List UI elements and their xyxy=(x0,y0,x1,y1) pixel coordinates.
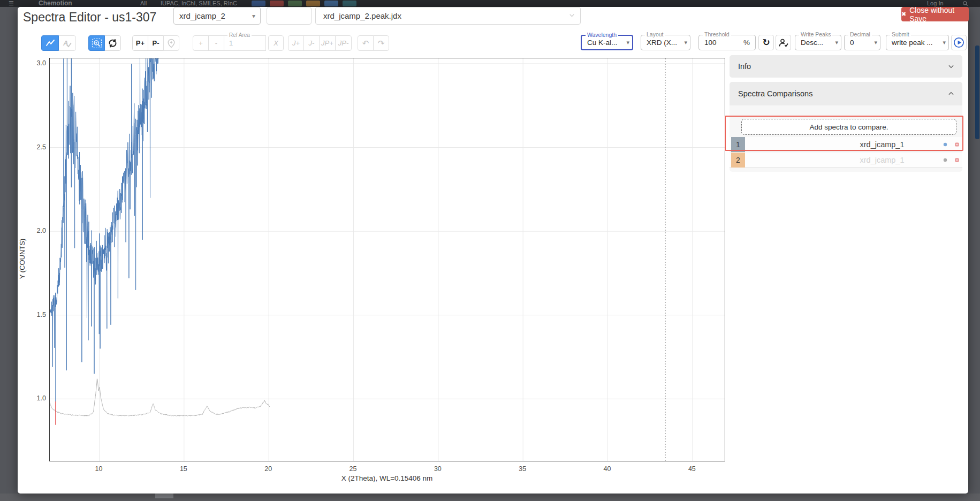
layout-select[interactable]: Layout XRD (X... ▾ xyxy=(641,35,690,50)
x-tick-label: 20 xyxy=(264,465,272,473)
close-button-label: Close without Save xyxy=(909,6,969,23)
chevron-down-icon xyxy=(568,12,575,20)
comparison-row[interactable]: 2xrd_jcamp_1 xyxy=(730,153,962,168)
jp-plus-button: JP+ xyxy=(319,35,336,51)
write-peaks-select[interactable]: Write Peaks Desc... ▾ xyxy=(795,35,841,50)
decimal-label: Decimal xyxy=(848,32,872,37)
background-bottom xyxy=(0,494,980,501)
wavelength-select[interactable]: Wavelength Cu K-al... ▾ xyxy=(581,35,633,50)
threshold-value: 100 xyxy=(704,39,717,47)
ref-area-input: Ref Area1 xyxy=(224,35,266,51)
background-nav-chip xyxy=(252,1,265,6)
threshold-label: Threshold xyxy=(703,32,731,37)
remove-icon[interactable] xyxy=(955,142,959,147)
toolbar-group: P+P- xyxy=(132,35,179,51)
caret-down-icon: ▾ xyxy=(943,39,946,46)
background-brand: Chemotion xyxy=(39,0,72,7)
close-icon: ✖ xyxy=(901,11,906,18)
background-nav-chip xyxy=(288,1,302,6)
close-without-save-button[interactable]: ✖ Close without Save xyxy=(901,7,969,21)
undo-button: ↶ xyxy=(358,35,374,51)
layout-label: Layout xyxy=(645,32,665,37)
x-tick-label: 25 xyxy=(350,465,357,473)
peak-remove-button[interactable]: P- xyxy=(148,35,164,51)
ref-area-value: 1 xyxy=(229,39,233,47)
y-tick-label: 1.5 xyxy=(18,311,46,318)
file-select[interactable]: xrd_jcamp_2.peak.jdx xyxy=(315,7,581,25)
x-tick-label: 45 xyxy=(688,465,696,473)
write-peaks-value: Desc... xyxy=(801,39,823,47)
background-nav-chip xyxy=(343,1,356,6)
toolbar-group xyxy=(88,35,121,51)
comparisons-header-label: Spectra Comparisons xyxy=(738,89,812,98)
file-filter-box[interactable] xyxy=(267,7,312,25)
redo-button: ↷ xyxy=(373,35,389,51)
background-nav-all: All xyxy=(140,0,147,7)
spectra-comparisons-accordion[interactable]: Spectra Comparisons xyxy=(730,82,962,105)
comparison-row-label: xrd_jcamp_1 xyxy=(802,137,962,152)
remove-icon[interactable] xyxy=(955,158,959,162)
chart-canvas xyxy=(50,58,725,461)
dataset-select[interactable]: xrd_jcamp_2 ▾ xyxy=(173,7,261,25)
toolbar-group: A xyxy=(41,35,76,51)
user-assign-button[interactable] xyxy=(776,35,791,50)
x-tick-label: 10 xyxy=(95,465,103,473)
zoom-icon xyxy=(92,38,102,49)
toolbar-group: ↶↷ xyxy=(358,35,389,51)
cycle-icon xyxy=(108,38,118,48)
y-tick-label: 3.0 xyxy=(18,59,46,67)
play-circle-icon xyxy=(953,37,964,48)
minus-button: - xyxy=(208,35,224,51)
add-spectra-button[interactable]: Add spectra to compare. xyxy=(741,119,956,135)
background-nav-chip xyxy=(324,1,338,6)
hamburger-icon: ☰ xyxy=(9,0,14,7)
toolbar-group: +-Ref Area1X xyxy=(193,35,284,51)
comparison-row[interactable]: 1xrd_jcamp_1 xyxy=(730,137,962,152)
caret-down-icon: ▾ xyxy=(252,12,255,20)
zoom-select-button[interactable] xyxy=(88,35,105,51)
layout-value: XRD (X... xyxy=(647,39,677,47)
chevron-down-icon xyxy=(947,63,955,70)
wavelength-label: Wavelength xyxy=(586,32,618,37)
pin-icon xyxy=(166,39,176,48)
a-check-icon: A xyxy=(62,39,72,48)
peak-add-button[interactable]: P+ xyxy=(132,35,148,51)
submit-run-button[interactable] xyxy=(951,35,967,50)
spectra-editor-modal: Spectra Editor - us1-307 xrd_jcamp_2 ▾ x… xyxy=(18,7,968,494)
undo-icon: ↶ xyxy=(362,39,369,48)
background-search-hint: IUPAC, InChI, SMILES, RInC xyxy=(161,0,237,7)
visibility-icon[interactable] xyxy=(943,142,947,147)
visibility-icon[interactable] xyxy=(943,158,947,162)
spectra-chart[interactable] xyxy=(49,58,725,461)
scrollbar-thumb[interactable] xyxy=(975,45,979,139)
y-axis-label: Y (COUNTS) xyxy=(18,216,26,302)
j-plus-button: J+ xyxy=(288,35,304,51)
reset-zoom-button[interactable] xyxy=(104,35,121,51)
x-tick-label: 15 xyxy=(180,465,187,473)
jp-minus-button: JP- xyxy=(335,35,352,51)
threshold-unit: % xyxy=(743,39,750,47)
comparisons-panel: Add spectra to compare. 1xrd_jcamp_12xrd… xyxy=(730,105,962,172)
auto-assign-button: A xyxy=(58,35,76,51)
x-tick-label: 35 xyxy=(519,465,526,473)
add-pin-button xyxy=(163,35,179,51)
caret-down-icon: ▾ xyxy=(874,39,877,46)
zigzag-icon xyxy=(45,39,55,48)
caret-down-icon: ▾ xyxy=(626,39,629,46)
ref-area-label: Ref Area xyxy=(227,33,252,37)
background-nav-chip xyxy=(306,1,320,6)
file-select-value: xrd_jcamp_2.peak.jdx xyxy=(323,11,401,20)
decimal-select[interactable]: Decimal 0 ▾ xyxy=(844,35,880,50)
threshold-input[interactable]: Threshold 100 % xyxy=(698,35,756,50)
refresh-button[interactable]: ↻ xyxy=(758,35,774,50)
info-accordion[interactable]: Info xyxy=(730,55,962,78)
caret-down-icon: ▾ xyxy=(684,39,687,46)
comparison-row-index: 1 xyxy=(731,137,745,152)
plus-button: + xyxy=(193,35,209,51)
write-peaks-label: Write Peaks xyxy=(799,32,832,37)
comparison-row-label: xrd_jcamp_1 xyxy=(802,153,962,168)
line-mode-button[interactable] xyxy=(41,35,59,51)
series-xrd_jcamp_1_compare xyxy=(50,379,269,416)
submit-select[interactable]: Submit write peak ... ▾ xyxy=(886,35,949,50)
x-axis-label: X (2Theta), WL=0.15406 nm xyxy=(341,474,433,482)
